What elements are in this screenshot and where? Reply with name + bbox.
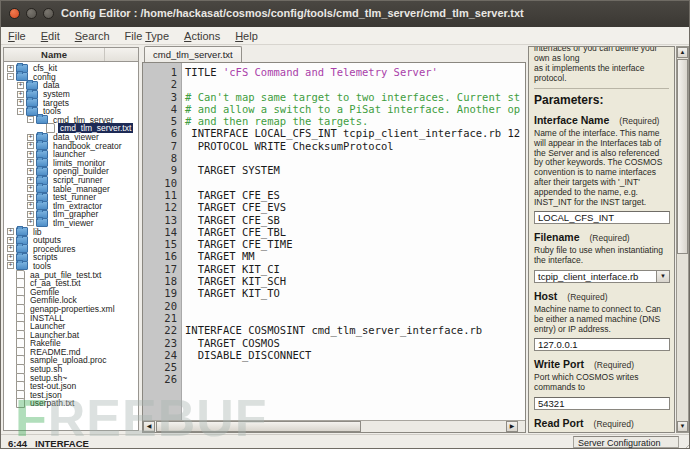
tree-item-cfs-kit[interactable]: +cfs_kit xyxy=(4,64,138,73)
editor-horizontal-scrollbar[interactable]: ◀ ▶ xyxy=(143,420,525,432)
parameters-scrollbar[interactable]: ▲ ▼ xyxy=(676,46,689,433)
scroll-left-icon[interactable]: ◀ xyxy=(143,421,155,432)
code-line-22[interactable]: 22INTERFACE COSMOSINT cmd_tlm_server_int… xyxy=(143,324,525,336)
tree-item-lib[interactable]: +lib xyxy=(4,227,138,236)
scroll-up-icon[interactable]: ▲ xyxy=(677,47,688,58)
tree-item-targets[interactable]: +targets xyxy=(4,98,138,107)
code-line-16[interactable]: 16 TARGET MM xyxy=(143,250,525,262)
code-line-7[interactable]: 7 PROTOCOL WRITE ChecksumProtocol xyxy=(143,140,525,152)
tree-item-userpath-txt[interactable]: userpath.txt xyxy=(4,399,138,408)
code-line-11[interactable]: 11 TARGET CFE_ES xyxy=(143,189,525,201)
cursor-position-status: 6:44INTERFACE xyxy=(8,438,89,449)
tree-indent xyxy=(7,288,14,295)
code-line-21[interactable]: 21 xyxy=(143,312,525,324)
code-text xyxy=(182,78,185,90)
tree-item-setup-sh[interactable]: setup.sh xyxy=(4,365,138,374)
expand-icon[interactable]: + xyxy=(27,177,34,184)
menu-edit[interactable]: Edit xyxy=(41,30,60,42)
resize-grip[interactable] xyxy=(681,441,690,449)
tree-item-config[interactable]: -config xyxy=(4,73,138,82)
expand-icon[interactable]: + xyxy=(27,211,34,218)
line-number: 13 xyxy=(143,214,182,226)
param-input-host[interactable] xyxy=(534,338,670,351)
vertical-scrollbar-thumb[interactable] xyxy=(677,59,688,254)
expand-icon[interactable]: + xyxy=(27,194,34,201)
menu-file-type[interactable]: File Type xyxy=(125,30,169,42)
expand-icon[interactable]: + xyxy=(27,185,34,192)
close-button[interactable] xyxy=(9,8,20,19)
expand-icon[interactable]: + xyxy=(7,254,14,261)
expand-icon[interactable]: + xyxy=(27,151,34,158)
code-line-10[interactable]: 10 xyxy=(143,177,525,189)
expand-icon[interactable]: + xyxy=(7,262,14,269)
code-line-5[interactable]: 5# and then remap the targets. xyxy=(143,115,525,127)
expand-icon[interactable]: + xyxy=(7,245,14,252)
tree-item-cf-aa-test-txt[interactable]: cf_aa_test.txt xyxy=(4,279,138,288)
expand-icon[interactable]: + xyxy=(7,237,14,244)
collapse-icon[interactable]: - xyxy=(7,73,14,80)
collapse-icon[interactable]: - xyxy=(27,116,34,123)
collapse-icon[interactable]: - xyxy=(17,108,24,115)
minimize-button[interactable] xyxy=(26,8,37,19)
param-select-filename[interactable]: tcpip_client_interface.rb▼ xyxy=(534,270,670,283)
expand-icon[interactable]: + xyxy=(7,228,14,235)
code-line-26[interactable]: 26 xyxy=(143,373,525,385)
code-line-1[interactable]: 1TITLE 'cFS Command and Telemetry Server… xyxy=(143,66,525,78)
menu-search[interactable]: Search xyxy=(75,30,110,42)
code-text: TARGET CFE_ES xyxy=(182,189,280,201)
code-line-19[interactable]: 19 TARGET KIT_TO xyxy=(143,287,525,299)
menu-file[interactable]: File xyxy=(8,30,26,42)
tree-item-test-out-json[interactable]: test-out.json xyxy=(4,382,138,391)
expand-icon[interactable]: + xyxy=(17,82,24,89)
expand-icon[interactable]: + xyxy=(27,202,34,209)
expand-icon[interactable]: + xyxy=(27,159,34,166)
tree-item-procedures[interactable]: +procedures xyxy=(4,244,138,253)
code-line-18[interactable]: 18 TARGET KIT_SCH xyxy=(143,275,525,287)
code-line-15[interactable]: 15 TARGET CFE_TIME xyxy=(143,238,525,250)
code-line-14[interactable]: 14 TARGET CFE_TBL xyxy=(143,226,525,238)
tree-item-scripts[interactable]: +scripts xyxy=(4,253,138,262)
code-line-25[interactable]: 25 xyxy=(143,361,525,373)
expand-icon[interactable]: + xyxy=(17,99,24,106)
code-line-3[interactable]: 3# Can't map same target to two interfac… xyxy=(143,91,525,103)
tab-cmd-tlm-server[interactable]: cmd_tlm_server.txt xyxy=(144,46,242,63)
code-text: TARGET COSMOS xyxy=(182,337,280,349)
line-number: 4 xyxy=(143,103,182,115)
code-line-4[interactable]: 4# and allow a switch to a PiSat interfa… xyxy=(143,103,525,115)
line-number: 12 xyxy=(143,201,182,213)
expand-icon[interactable]: + xyxy=(27,134,34,141)
code-text: # Can't map same target to two interface… xyxy=(182,91,520,103)
tab-bar: cmd_tlm_server.txt xyxy=(142,46,526,62)
tree-item-genapp-properties-xml[interactable]: genapp-properties.xml xyxy=(4,305,138,314)
code-line-9[interactable]: 9 TARGET SYSTEM xyxy=(143,164,525,176)
maximize-button[interactable] xyxy=(43,8,54,19)
tree-item-system[interactable]: +system xyxy=(4,90,138,99)
code-line-13[interactable]: 13 TARGET CFE_SB xyxy=(143,214,525,226)
code-editor[interactable]: 1TITLE 'cFS Command and Telemetry Server… xyxy=(142,62,526,433)
param-input-write-port[interactable] xyxy=(534,397,670,410)
chevron-down-icon[interactable]: ▼ xyxy=(656,271,669,282)
code-line-20[interactable]: 20 xyxy=(143,300,525,312)
code-line-12[interactable]: 12 TARGET CFE_EVS xyxy=(143,201,525,213)
code-line-24[interactable]: 24 DISABLE_DISCONNECT xyxy=(143,349,525,361)
tree-column-header[interactable]: Name xyxy=(3,47,139,62)
expand-icon[interactable]: + xyxy=(27,168,34,175)
menu-help[interactable]: Help xyxy=(235,30,258,42)
expand-icon[interactable]: + xyxy=(17,91,24,98)
expand-icon[interactable]: + xyxy=(27,142,34,149)
expand-icon[interactable]: + xyxy=(7,65,14,72)
code-line-8[interactable]: 8 xyxy=(143,152,525,164)
tree-item-tlm-viewer[interactable]: +tlm_viewer xyxy=(4,219,138,228)
scroll-right-icon[interactable]: ▶ xyxy=(506,421,518,432)
horizontal-scrollbar-thumb[interactable] xyxy=(156,421,361,432)
menu-bar: FileEditSearchFile TypeActionsHelp xyxy=(1,27,690,45)
expand-icon[interactable]: + xyxy=(27,219,34,226)
code-line-6[interactable]: 6 INTERFACE LOCAL_CFS_INT tcpip_client_i… xyxy=(143,127,525,139)
code-line-23[interactable]: 23 TARGET COSMOS xyxy=(143,337,525,349)
code-line-2[interactable]: 2 xyxy=(143,78,525,90)
file-tree: +cfs_kit-config+data+system+targets-tool… xyxy=(3,62,139,431)
scroll-down-icon[interactable]: ▼ xyxy=(677,421,688,432)
param-input-interface-name[interactable] xyxy=(534,211,670,224)
code-line-17[interactable]: 17 TARGET KIT_CI xyxy=(143,263,525,275)
menu-actions[interactable]: Actions xyxy=(184,30,220,42)
